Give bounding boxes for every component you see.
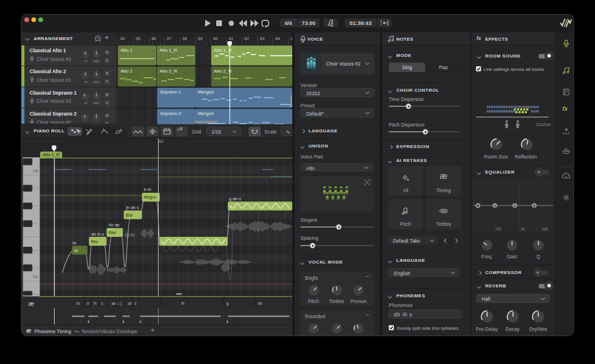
svg-text:38: 38 [182, 36, 187, 41]
svg-text:br: br [77, 301, 81, 305]
svg-text:ah: ah [258, 301, 263, 305]
svg-text:2: 2 [514, 204, 516, 208]
svg-text:36: 36 [151, 36, 156, 41]
svg-text:43: 43 [260, 36, 264, 41]
svg-text:br: br [74, 248, 78, 253]
svg-text:Alto 2_R: Alto 2_R [159, 69, 177, 74]
svg-text:C4: C4 [33, 275, 38, 279]
svg-text:Soprano 1: Soprano 1 [160, 89, 181, 95]
svg-text:æ: æ [28, 300, 34, 307]
svg-text:Merged: Merged [198, 111, 214, 116]
svg-text:C5: C5 [33, 169, 38, 173]
svg-text:this: this [91, 239, 98, 244]
svg-text:34: 34 [120, 36, 125, 41]
svg-text:br: br [73, 240, 77, 246]
svg-text:21x21m: 21x21m [536, 122, 551, 127]
svg-text:b ih: b ih [144, 187, 151, 192]
svg-text:begun: begun [144, 194, 156, 200]
svg-text:45: 45 [291, 36, 292, 41]
svg-text:Alto 2_R: Alto 2_R [214, 69, 232, 74]
svg-text:has: has [109, 230, 116, 235]
svg-text:1K: 1K [521, 227, 526, 231]
svg-text:just: just [126, 212, 134, 218]
svg-text:ae: ae [112, 301, 116, 305]
svg-text:s: s [135, 301, 137, 305]
svg-text:3: 3 [533, 204, 536, 208]
svg-text:39: 39 [198, 36, 202, 41]
svg-text:j: j [120, 301, 122, 306]
svg-text:g: g [227, 301, 229, 306]
svg-text:ih: ih [94, 301, 97, 305]
svg-text:Alto 1_R: Alto 1_R [214, 48, 232, 53]
svg-text:37: 37 [167, 36, 171, 41]
svg-text:d: d [87, 301, 89, 305]
svg-text:g ah n: g ah n [229, 196, 241, 201]
svg-text:hh ae: hh ae [109, 222, 120, 228]
svg-text:ih: ih [181, 301, 185, 305]
svg-text:jh ah s: jh ah s [126, 205, 139, 210]
svg-text:1: 1 [494, 204, 496, 208]
svg-text:10K: 10K [542, 227, 549, 231]
svg-text:35: 35 [135, 36, 140, 41]
svg-text:Alto 1_R: Alto 1_R [159, 48, 177, 53]
svg-text:Soprano 2: Soprano 2 [160, 111, 181, 116]
svg-text:dh ih s: dh ih s [91, 232, 104, 237]
svg-text:100: 100 [495, 227, 501, 231]
svg-text:s: s [101, 301, 103, 305]
svg-text:42: 42 [244, 36, 249, 41]
svg-text:Alto 1: Alto 1 [121, 48, 133, 53]
svg-text:40: 40 [213, 36, 218, 41]
svg-text:Alto 2: Alto 2 [121, 69, 133, 74]
svg-text:44: 44 [275, 36, 280, 41]
svg-text:Merged: Merged [198, 89, 214, 95]
svg-text:41: 41 [228, 36, 233, 41]
